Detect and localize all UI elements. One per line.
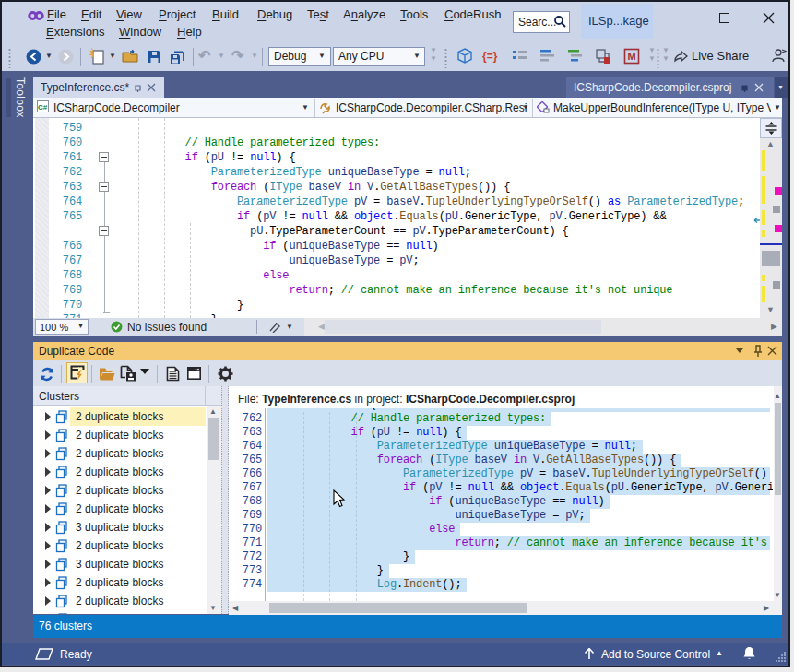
svg-text:M: M	[627, 51, 635, 62]
